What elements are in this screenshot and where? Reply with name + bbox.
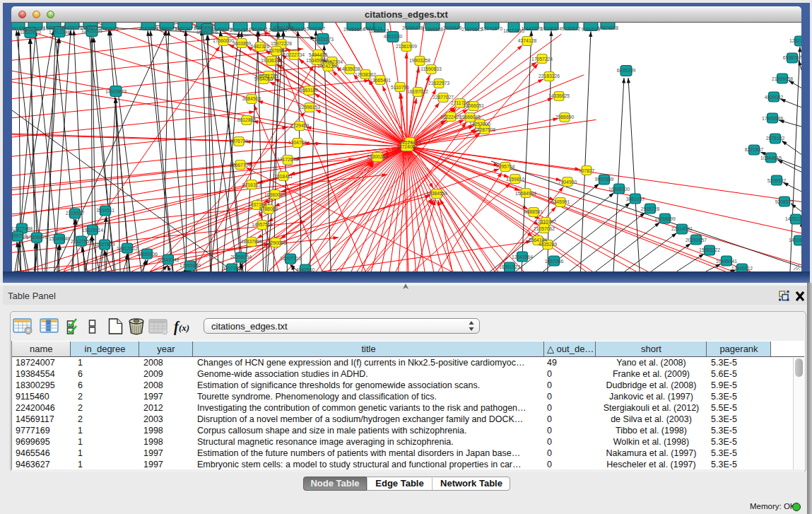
svg-text:10222734: 10222734 xyxy=(283,52,305,57)
svg-text:14251230: 14251230 xyxy=(785,216,801,221)
svg-text:15853222: 15853222 xyxy=(699,247,720,252)
svg-text:20667704: 20667704 xyxy=(230,163,251,168)
svg-text:907827: 907827 xyxy=(579,168,595,173)
svg-text:22996153: 22996153 xyxy=(299,105,320,110)
svg-text:12425131: 12425131 xyxy=(81,28,102,33)
svg-text:8683180: 8683180 xyxy=(300,88,319,93)
svg-text:17057224: 17057224 xyxy=(531,57,553,62)
svg-text:7295794: 7295794 xyxy=(496,164,515,169)
svg-text:14929873: 14929873 xyxy=(105,89,126,94)
svg-text:16222420: 16222420 xyxy=(440,115,461,119)
svg-text:19384554: 19384554 xyxy=(426,191,447,196)
svg-text:18837896: 18837896 xyxy=(241,239,262,244)
svg-text:11427619: 11427619 xyxy=(94,242,115,247)
svg-text:9235812: 9235812 xyxy=(562,26,581,31)
svg-text:10974688: 10974688 xyxy=(597,25,618,30)
svg-text:15972228: 15972228 xyxy=(271,41,292,46)
svg-text:14835038: 14835038 xyxy=(339,66,360,71)
svg-text:17513348: 17513348 xyxy=(49,30,70,35)
svg-text:12312612: 12312612 xyxy=(117,246,138,251)
svg-text:17560000: 17560000 xyxy=(213,38,234,43)
svg-text:6435209: 6435209 xyxy=(617,68,636,73)
svg-text:12938362: 12938362 xyxy=(355,72,376,77)
svg-text:22877027: 22877027 xyxy=(433,95,454,100)
svg-text:6345991: 6345991 xyxy=(551,199,570,204)
svg-text:20292657: 20292657 xyxy=(686,238,707,243)
svg-text:12650036: 12650036 xyxy=(136,252,158,257)
svg-text:20843743: 20843743 xyxy=(158,257,179,262)
svg-text:19625914: 19625914 xyxy=(82,228,103,233)
svg-text:20066438: 20066438 xyxy=(402,25,423,30)
svg-text:12827396: 12827396 xyxy=(789,38,801,43)
svg-text:15960376: 15960376 xyxy=(196,30,218,35)
svg-text:16106344: 16106344 xyxy=(541,26,562,31)
svg-text:21399058: 21399058 xyxy=(772,76,793,81)
svg-text:21333273: 21333273 xyxy=(312,37,334,42)
svg-text:14066051: 14066051 xyxy=(463,103,484,108)
svg-text:11288699: 11288699 xyxy=(654,216,676,221)
svg-text:22183226: 22183226 xyxy=(539,74,560,78)
svg-text:2988690: 2988690 xyxy=(555,115,575,119)
svg-text:19666045: 19666045 xyxy=(459,115,481,119)
svg-text:10561588: 10561588 xyxy=(273,25,294,30)
svg-text:5976731: 5976731 xyxy=(230,139,249,144)
svg-text:14257000: 14257000 xyxy=(469,122,490,127)
svg-text:18724007: 18724007 xyxy=(396,144,418,149)
svg-text:4335289: 4335289 xyxy=(539,242,558,247)
svg-text:2878182: 2878182 xyxy=(766,136,785,141)
svg-text:3159810: 3159810 xyxy=(506,177,525,182)
svg-text:5964065: 5964065 xyxy=(254,76,273,81)
svg-text:14336625: 14336625 xyxy=(548,93,570,98)
svg-text:9716313: 9716313 xyxy=(242,182,261,187)
svg-text:8221837: 8221837 xyxy=(745,147,764,152)
svg-text:13665491: 13665491 xyxy=(370,78,391,83)
svg-text:4861630: 4861630 xyxy=(384,34,403,39)
svg-text:16207710: 16207710 xyxy=(280,256,301,261)
svg-text:3504511: 3504511 xyxy=(96,208,114,213)
svg-text:17172648: 17172648 xyxy=(277,157,298,162)
svg-text:12543564: 12543564 xyxy=(512,255,533,259)
svg-text:19873477: 19873477 xyxy=(175,26,196,31)
svg-text:21670515: 21670515 xyxy=(461,27,483,32)
svg-text:(x): (x) xyxy=(179,322,189,333)
svg-text:3207301: 3207301 xyxy=(223,266,242,271)
svg-text:5740397: 5740397 xyxy=(307,26,326,31)
svg-text:1657086: 1657086 xyxy=(545,259,564,264)
svg-text:3243959: 3243959 xyxy=(139,26,158,31)
svg-text:18741570: 18741570 xyxy=(481,26,502,31)
svg-text:16391923: 16391923 xyxy=(499,264,520,269)
svg-text:2935728: 2935728 xyxy=(641,206,660,211)
svg-text:12377488: 12377488 xyxy=(12,226,33,231)
svg-text:13845012: 13845012 xyxy=(731,266,753,271)
svg-text:2563941: 2563941 xyxy=(249,27,269,32)
svg-text:5999754: 5999754 xyxy=(12,233,27,238)
svg-text:3356213: 3356213 xyxy=(370,28,389,33)
svg-text:4374128: 4374128 xyxy=(518,38,537,43)
svg-text:9208575: 9208575 xyxy=(775,199,794,204)
svg-text:11590833: 11590833 xyxy=(420,66,442,71)
svg-text:4829082: 4829082 xyxy=(765,95,784,100)
svg-text:21622973: 21622973 xyxy=(428,81,449,86)
svg-text:3006848: 3006848 xyxy=(443,25,462,30)
svg-text:15684984: 15684984 xyxy=(515,191,536,196)
svg-text:10449441: 10449441 xyxy=(716,259,737,264)
svg-text:17565640: 17565640 xyxy=(180,263,201,268)
svg-text:3603859: 3603859 xyxy=(233,41,252,46)
svg-text:18197022: 18197022 xyxy=(407,89,428,94)
svg-text:10242260: 10242260 xyxy=(317,64,339,69)
svg-text:4588581: 4588581 xyxy=(524,209,543,214)
svg-text:19903258: 19903258 xyxy=(409,58,430,63)
svg-text:19336144: 19336144 xyxy=(261,58,282,63)
svg-text:5494478: 5494478 xyxy=(309,52,328,57)
svg-text:6538767: 6538767 xyxy=(783,55,801,60)
svg-text:21361909: 21361909 xyxy=(396,44,417,49)
svg-text:14957511: 14957511 xyxy=(252,222,273,227)
svg-text:13395588: 13395588 xyxy=(422,27,443,32)
svg-text:2215577: 2215577 xyxy=(66,211,85,216)
svg-text:5788088: 5788088 xyxy=(259,206,278,211)
svg-text:14018095: 14018095 xyxy=(789,238,801,243)
svg-text:20127559: 20127559 xyxy=(71,239,92,244)
svg-text:22614041: 22614041 xyxy=(671,226,693,231)
svg-text:18522670: 18522670 xyxy=(20,30,41,35)
svg-text:17306879: 17306879 xyxy=(26,235,47,240)
